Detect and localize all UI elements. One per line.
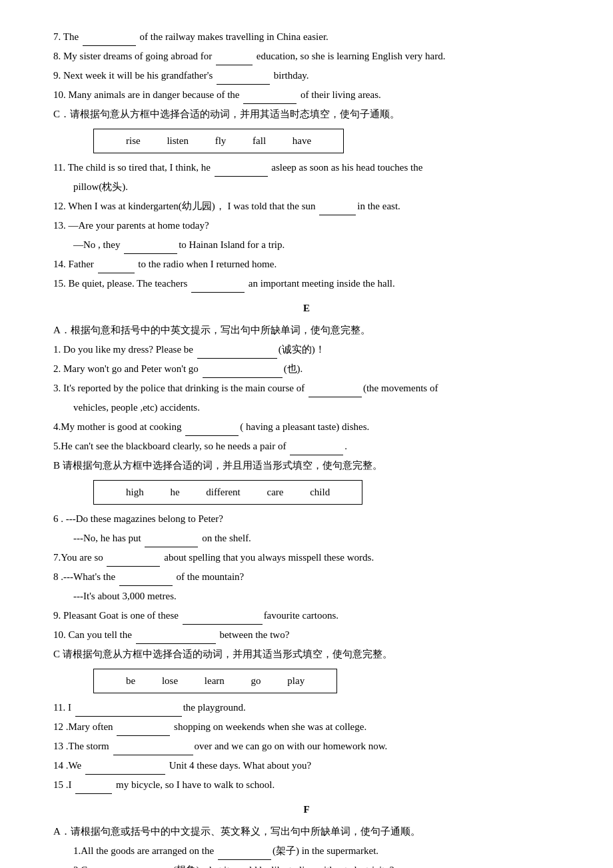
section-e-title: E bbox=[53, 299, 560, 317]
q8-line: 8. My sister dreams of going abroad for … bbox=[53, 47, 560, 65]
ec11-blank[interactable] bbox=[75, 716, 182, 717]
top-q14-blank[interactable] bbox=[98, 273, 135, 273]
ea2-blank[interactable] bbox=[203, 377, 283, 378]
top-q12-line: 12. When I was at kindergarten(幼儿园)， I w… bbox=[53, 197, 560, 215]
ea4-blank[interactable] bbox=[185, 435, 239, 436]
eb9-line: 9. Pleasant Goat is one of these favouri… bbox=[53, 607, 560, 625]
q7-text: 7. The of the railway makes travelling i… bbox=[53, 31, 328, 42]
eb10-blank[interactable] bbox=[136, 643, 216, 644]
ea5-line: 5.He can't see the blackboard clearly, s… bbox=[53, 437, 560, 455]
word-high: high bbox=[126, 487, 144, 497]
top-q14-line: 14. Father to the radio when I returned … bbox=[53, 255, 560, 273]
word-listen: listen bbox=[167, 135, 189, 146]
word-fall: fall bbox=[253, 135, 266, 146]
ea3-blank[interactable] bbox=[308, 397, 362, 397]
top-q11-cont: pillow(枕头). bbox=[53, 178, 560, 196]
top-q13a-line: 13. —Are your parents at home today? bbox=[53, 217, 560, 235]
word-go: go bbox=[251, 675, 261, 686]
ea3-cont: vehicles, people ,etc) accidents. bbox=[53, 399, 560, 417]
top-q13-blank[interactable] bbox=[124, 253, 177, 254]
q7-line: 7. The of the railway makes travelling i… bbox=[53, 28, 560, 46]
word-play: play bbox=[287, 675, 305, 686]
top-q13b-line: —No , they to Hainan Island for a trip. bbox=[53, 236, 560, 254]
ec13-line: 13 .The storm over and we can go on with… bbox=[53, 737, 560, 755]
word-child: child bbox=[310, 487, 330, 497]
q9-blank[interactable] bbox=[217, 84, 270, 85]
ea1-line: 1. Do you like my dress? Please be (诚实的)… bbox=[53, 341, 560, 359]
q8-text: 8. My sister dreams of going abroad for … bbox=[53, 51, 445, 61]
fa1-blank[interactable] bbox=[218, 859, 271, 860]
ec15-line: 15 .I my bicycle, so I have to walk to s… bbox=[53, 776, 560, 794]
eb-word-box-container: high he different care child bbox=[53, 476, 560, 509]
ec12-blank[interactable] bbox=[117, 735, 170, 736]
q10-blank[interactable] bbox=[243, 103, 297, 104]
ea4-line: 4.My mother is good at cooking ( having … bbox=[53, 418, 560, 436]
q7-blank[interactable] bbox=[83, 45, 136, 46]
ec13-blank[interactable] bbox=[113, 755, 193, 755]
ec15-blank[interactable] bbox=[75, 793, 112, 794]
word-have: have bbox=[293, 135, 311, 146]
ec-word-box-container: be lose learn go play bbox=[53, 665, 560, 697]
ec-words-container: be lose learn go play bbox=[93, 669, 337, 693]
word-care: care bbox=[267, 487, 283, 497]
eb10-line: 10. Can you tell the between the two? bbox=[53, 626, 560, 644]
q9-text: 9. Next week it will be his grandfather'… bbox=[53, 70, 309, 81]
eb6b-line: ---No, he has put on the shelf. bbox=[53, 529, 560, 547]
q9-line: 9. Next week it will be his grandfather'… bbox=[53, 67, 560, 85]
section-e-c-header: C 请根据句意从方框中选择合适的动词，并用其适当形式填空，使句意完整。 bbox=[53, 645, 560, 663]
ea2-line: 2. Mary won't go and Peter won't go (也). bbox=[53, 360, 560, 378]
top-q11-blank[interactable] bbox=[215, 176, 268, 177]
fa2-line: 2.Can you (想象) what it would be like to … bbox=[53, 861, 560, 868]
top-c-word-box: rise listen fly fall have bbox=[53, 125, 560, 157]
eb-words-container: high he different care child bbox=[93, 480, 362, 505]
word-different: different bbox=[206, 487, 240, 497]
word-lose: lose bbox=[162, 675, 178, 686]
eb8-blank[interactable] bbox=[119, 585, 173, 586]
eb9-blank[interactable] bbox=[183, 624, 263, 625]
word-fly: fly bbox=[215, 135, 227, 146]
ea3-line: 3. It's reported by the police that drin… bbox=[53, 379, 560, 397]
eb7-blank[interactable] bbox=[107, 566, 160, 567]
eb8a-line: 8 .---What's the of the mountain? bbox=[53, 568, 560, 586]
section-e-a-header: A．根据句意和括号中的中英文提示，写出句中所缺单词，使句意完整。 bbox=[53, 321, 560, 339]
word-rise: rise bbox=[126, 135, 141, 146]
word-learn: learn bbox=[205, 675, 225, 686]
eb6-blank[interactable] bbox=[145, 547, 198, 547]
top-q11-line: 11. The child is so tired that, I think,… bbox=[53, 159, 560, 177]
document-container: 7. The of the railway makes travelling i… bbox=[53, 28, 560, 868]
top-c-header: C．请根据句意从方框中选择合适的动词，并用其适当时态填空，使句子通顺。 bbox=[53, 105, 560, 123]
ec12-line: 12 .Mary often shopping on weekends when… bbox=[53, 718, 560, 736]
q8-blank[interactable] bbox=[216, 65, 253, 65]
ec11-line: 11. I the playground. bbox=[53, 699, 560, 717]
ea1-blank[interactable] bbox=[197, 358, 277, 359]
eb7-line: 7.You are so about spelling that you alw… bbox=[53, 549, 560, 567]
eb6a-line: 6 . ---Do these magazines belong to Pete… bbox=[53, 510, 560, 528]
section-f-a-header: A．请根据句意或括号中的中文提示、英文释义，写出句中所缺单词，使句子通顺。 bbox=[53, 823, 560, 841]
top-c-words-container: rise listen fly fall have bbox=[93, 129, 344, 153]
fa1-line: 1.All the goods are arranged on the (架子)… bbox=[53, 842, 560, 860]
top-q15-blank[interactable] bbox=[191, 292, 245, 293]
q10-line: 10. Many animals are in danger because o… bbox=[53, 86, 560, 104]
section-f-title: F bbox=[53, 801, 560, 819]
word-be: be bbox=[126, 675, 135, 686]
eb8b-line: ---It's about 3,000 metres. bbox=[53, 587, 560, 605]
ea5-blank[interactable] bbox=[290, 455, 343, 455]
ec14-blank[interactable] bbox=[85, 774, 165, 775]
word-he: he bbox=[170, 487, 179, 497]
top-q12-blank[interactable] bbox=[319, 215, 356, 215]
ec14-line: 14 .We Unit 4 these days. What about you… bbox=[53, 757, 560, 775]
top-q15-line: 15. Be quiet, please. The teachers an im… bbox=[53, 275, 560, 293]
section-e-b-header: B 请根据句意从方框中选择合适的词，并且用适当形式填空，使句意完整。 bbox=[53, 457, 560, 475]
q10-text: 10. Many animals are in danger because o… bbox=[53, 89, 381, 100]
